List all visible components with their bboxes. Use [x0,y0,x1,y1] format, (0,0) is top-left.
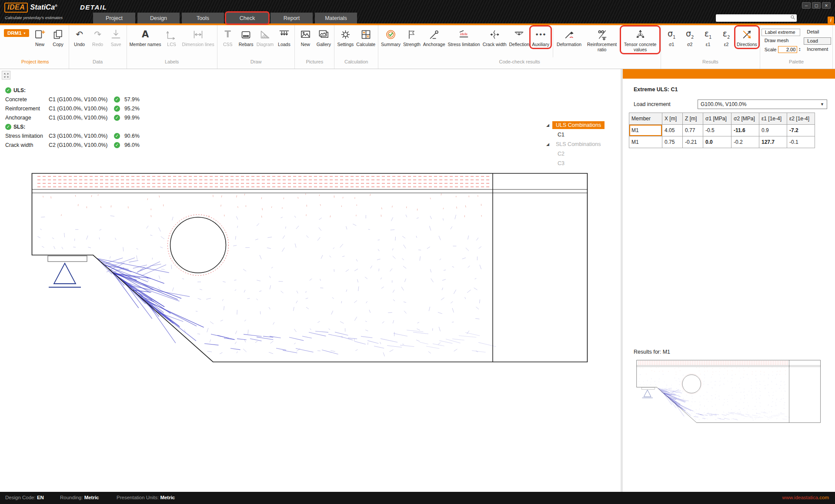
reinforcement-ratio-button[interactable]: Reinforcement ratio [583,27,621,53]
extreme-title: Extreme ULS: C1 [634,86,678,93]
auxiliary-button[interactable]: •••Auxiliary [531,27,551,48]
scale-spinner[interactable]: ▴▾ [799,47,800,52]
summary-icon [385,28,397,41]
epsilon1-button[interactable]: ε1ε1 [699,27,717,48]
table-cell[interactable]: -11.6 [731,125,759,136]
table-row: M10.75-0.210.0-0.2127.7-0.1 [629,136,815,148]
sigma1-icon: σ1 [668,28,675,41]
deformation-button[interactable]: Deformation [555,27,583,48]
gallery-icon [318,28,330,41]
load-increment-select[interactable]: G100.0%, V100.0% ▼ [698,99,827,109]
search-icon[interactable] [790,15,795,21]
rebars-button[interactable]: Rebars [237,27,255,48]
tensor-concrete-values-button[interactable]: Tensor concrete values [621,27,659,53]
tree-expander-icon[interactable]: ◢ [546,142,552,146]
tensor-concrete-values-icon [635,28,646,41]
check-row: AnchorageC1 (G100.0%, V100.0%)✓99.9% [5,113,147,122]
strength-button[interactable]: Strength [402,27,422,48]
tab-project[interactable]: Project [93,13,135,23]
table-cell[interactable]: 0.9 [759,125,787,136]
tree-expander-icon[interactable]: ◢ [546,123,552,127]
sigma2-button[interactable]: σ2σ2 [681,27,699,48]
label-extreme-button[interactable]: Label extreme [762,29,801,36]
tab-materials[interactable]: Materials [315,13,357,23]
summary-button[interactable]: Summary [380,27,402,48]
table-cell[interactable]: 4.05 [662,125,683,136]
deflection-icon [513,28,525,41]
new-picture-button[interactable]: New [296,27,314,48]
tree-item-c3[interactable]: C3 [546,159,618,168]
tree-item-uls-combinations[interactable]: ◢ULS Combinations [546,120,618,130]
lcs-icon [166,28,177,41]
gallery-button[interactable]: Gallery [314,27,333,48]
table-cell[interactable]: 0.0 [703,136,731,148]
table-cell[interactable]: -0.1 [787,136,815,148]
crack-width-button[interactable]: Crack width [481,27,508,48]
tree-item-c2[interactable]: C2 [546,149,618,159]
info-button[interactable]: i [828,17,834,23]
copy-project-button[interactable]: Copy [49,27,67,48]
check-row: ConcreteC1 (G100.0%, V100.0%)✓57.9% [5,95,147,104]
scale-label: Scale [765,47,777,52]
project-item-selector[interactable]: DRM1▾ [4,29,29,37]
directions-button[interactable]: Directions [735,27,758,48]
table-cell[interactable]: -0.2 [731,136,759,148]
check-summary: ✓ULS: ConcreteC1 (G100.0%, V100.0%)✓57.9… [5,86,147,149]
table-cell[interactable]: 0.75 [662,136,683,148]
tab-check[interactable]: Check [226,13,268,23]
palette-increment-button[interactable]: Increment [804,46,831,53]
member-names-button[interactable]: AMember names [128,27,163,48]
tree-item-c1[interactable]: C1 [546,130,618,139]
table-cell[interactable]: -0.21 [683,136,703,148]
maximize-button[interactable]: ▢ [812,2,821,9]
ribbon-group-label: Pictures [296,59,333,67]
undo-button[interactable]: ↶Undo [70,27,89,48]
tab-design[interactable]: Design [137,13,180,23]
epsilon2-button[interactable]: ε2ε2 [717,27,735,48]
window-controls: ─ ▢ ✕ [802,2,831,9]
ribbon-group-results: σ1σ1σ2σ2ε1ε1ε2ε2DirectionsResults [661,25,760,69]
palette-load-button[interactable]: Load [804,37,831,45]
model-canvas[interactable]: ✓ULS: ConcreteC1 (G100.0%, V100.0%)✓57.9… [0,69,621,492]
table-cell[interactable]: M1 [629,125,662,136]
settings-button[interactable]: Settings [336,27,355,48]
directions-icon [741,28,753,41]
loads-button[interactable]: Loads [275,27,293,48]
ribbon-group-label: Project items [3,59,67,67]
table-cell[interactable]: 0.77 [683,125,703,136]
table-cell[interactable]: -0.5 [703,125,731,136]
draw-mesh-button[interactable]: Draw mesh [762,37,801,45]
tree-item-sls-combinations[interactable]: ◢SLS Combinations [546,139,618,149]
table-cell[interactable]: 127.7 [759,136,787,148]
stress-limitation-button[interactable]: Stress limitation [447,27,481,48]
tab-tools[interactable]: Tools [182,13,224,23]
scale-input[interactable] [778,46,797,53]
table-cell[interactable]: -7.2 [787,125,815,136]
results-column-header: σ2 [MPa] [731,113,759,125]
status-bar: Design Code: EN Rounding: Metric Present… [0,492,835,504]
css-button: TCSS [219,27,237,48]
save-button: Save [107,27,125,48]
fit-view-button[interactable] [2,71,10,80]
deformation-icon [563,28,575,41]
table-cell[interactable]: M1 [629,136,662,148]
uls-title: ULS: [13,87,26,93]
close-button[interactable]: ✕ [822,2,831,9]
mini-stress-plot [634,358,823,424]
anchorage-button[interactable]: Anchorage [422,27,447,48]
check-ok-icon: ✓ [5,87,11,93]
deflection-button[interactable]: Deflection [508,27,531,48]
dimension-lines-button: Dimension lines [181,27,216,48]
website-link[interactable]: www.ideastatica.com [782,495,829,500]
new-project-button[interactable]: New [31,27,49,48]
ribbon-group-label: Draw [219,59,294,67]
app-name: DETAIL [80,3,107,11]
palette-detail-button[interactable]: Detail [804,29,831,36]
calculate-button[interactable]: Calculate [355,27,377,48]
tab-report[interactable]: Report [271,13,313,23]
calculate-icon [360,28,372,41]
search-input[interactable] [717,15,790,21]
save-icon [110,28,122,41]
sigma1-button[interactable]: σ1σ1 [662,27,681,48]
minimize-button[interactable]: ─ [802,2,811,9]
